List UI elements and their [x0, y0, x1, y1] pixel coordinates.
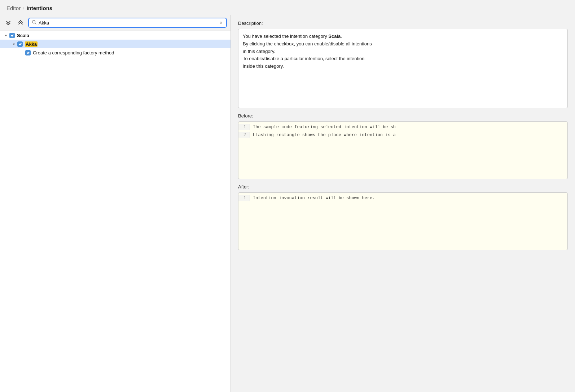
tree-item-factory[interactable]: ▾ Create a corresponding factory method [0, 48, 231, 57]
svg-line-3 [8, 23, 10, 25]
label-factory: Create a corresponding factory method [33, 50, 114, 55]
line-num-1: 1 [238, 124, 250, 130]
after-line-1: 1 Intention invocation result will be sh… [238, 194, 567, 202]
svg-line-2 [6, 23, 8, 25]
svg-line-5 [21, 22, 22, 24]
search-icon [32, 20, 36, 26]
before-label: Before: [238, 113, 568, 119]
before-line-2: 2 Flashing rectangle shows the place whe… [238, 131, 567, 139]
tree-item-scala[interactable]: ▾ Scala [0, 31, 231, 40]
description-line3: in this category. [243, 48, 563, 55]
svg-point-8 [32, 21, 35, 23]
description-line5: inside this category. [243, 63, 563, 70]
svg-line-7 [21, 21, 22, 22]
after-section: After: 1 Intention invocation result wil… [238, 184, 568, 250]
after-line-content-1: Intention invocation result will be show… [250, 195, 378, 201]
expand-all-button[interactable] [4, 19, 13, 27]
before-code-box: 1 The sample code featuring selected int… [238, 121, 568, 179]
left-panel: × ▾ Scala ▾ [0, 15, 231, 392]
svg-line-9 [35, 23, 36, 24]
editor-label: Editor [6, 5, 21, 11]
tree: ▾ Scala ▾ Akka ▾ [0, 31, 231, 392]
after-code-inner: 1 Intention invocation result will be sh… [238, 193, 567, 204]
after-code-box: 1 Intention invocation result will be sh… [238, 192, 568, 250]
breadcrumb: Editor › Intentions [0, 0, 575, 15]
line-content-2: Flashing rectangle shows the place where… [250, 132, 399, 138]
svg-line-6 [19, 21, 21, 22]
line-num-2: 2 [238, 132, 250, 138]
before-code-inner: 1 The sample code featuring selected int… [238, 122, 567, 141]
description-line1: You have selected the intention category… [243, 33, 563, 40]
chevron-scala: ▾ [3, 32, 9, 38]
label-scala: Scala [17, 33, 29, 38]
svg-line-0 [6, 21, 8, 23]
line-content-1: The sample code featuring selected inten… [250, 124, 399, 130]
before-line-1: 1 The sample code featuring selected int… [238, 123, 567, 131]
description-box: You have selected the intention category… [238, 29, 568, 108]
collapse-all-icon [17, 19, 24, 26]
search-box: × [28, 18, 227, 28]
description-section: Description: You have selected the inten… [238, 21, 568, 108]
right-panel: Description: You have selected the inten… [231, 15, 575, 392]
after-line-num-1: 1 [238, 195, 250, 201]
description-line4: To enable/disable a particular intention… [243, 55, 563, 63]
svg-line-4 [19, 22, 21, 24]
chevron-akka: ▾ [11, 41, 17, 47]
after-label: After: [238, 184, 568, 190]
expand-all-icon [5, 19, 12, 26]
breadcrumb-chevron: › [23, 5, 24, 11]
search-input[interactable] [39, 20, 217, 26]
before-section: Before: 1 The sample code featuring sele… [238, 113, 568, 179]
description-line2: By clicking the checkbox, you can enable… [243, 40, 563, 48]
svg-line-1 [8, 21, 10, 23]
page-title: Intentions [27, 5, 53, 11]
body: × ▾ Scala ▾ [0, 15, 575, 392]
checkbox-factory[interactable] [25, 50, 31, 55]
search-clear-button[interactable]: × [219, 20, 223, 25]
checkbox-scala[interactable] [9, 33, 15, 38]
checkbox-akka[interactable] [17, 41, 23, 47]
main-container: Editor › Intentions [0, 0, 575, 392]
description-label: Description: [238, 21, 568, 26]
label-akka: Akka [25, 41, 38, 47]
toolbar: × [0, 15, 231, 31]
tree-item-akka[interactable]: ▾ Akka [0, 40, 231, 48]
collapse-all-button[interactable] [16, 19, 25, 27]
